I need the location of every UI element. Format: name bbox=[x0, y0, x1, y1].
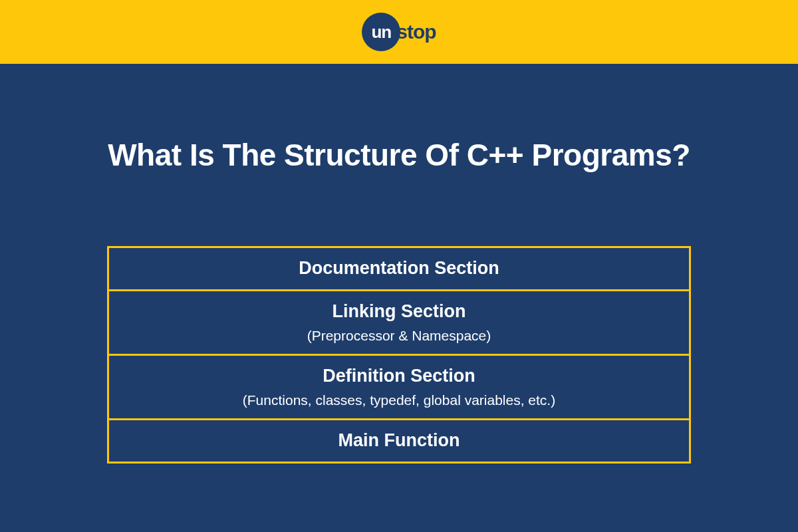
section-definition: Definition Section (Functions, classes, … bbox=[109, 354, 689, 418]
structure-stack: Documentation Section Linking Section (P… bbox=[107, 246, 691, 464]
header-bar: un stop bbox=[0, 0, 798, 64]
section-definition-sub: (Functions, classes, typedef, global var… bbox=[120, 391, 678, 409]
section-linking-title: Linking Section bbox=[120, 299, 678, 323]
section-main-title: Main Function bbox=[120, 428, 678, 452]
section-main: Main Function bbox=[109, 418, 689, 462]
section-linking: Linking Section (Preprocessor & Namespac… bbox=[109, 289, 689, 354]
brand-logo-text: stop bbox=[396, 21, 436, 43]
content-area: What Is The Structure Of C++ Programs? D… bbox=[0, 137, 798, 464]
section-documentation: Documentation Section bbox=[109, 248, 689, 289]
section-documentation-title: Documentation Section bbox=[120, 256, 678, 280]
brand-logo-circle: un bbox=[362, 13, 400, 51]
section-definition-title: Definition Section bbox=[120, 364, 678, 388]
section-linking-sub: (Preprocessor & Namespace) bbox=[120, 327, 678, 344]
page-title: What Is The Structure Of C++ Programs? bbox=[40, 137, 758, 173]
brand-logo: un stop bbox=[362, 13, 436, 51]
